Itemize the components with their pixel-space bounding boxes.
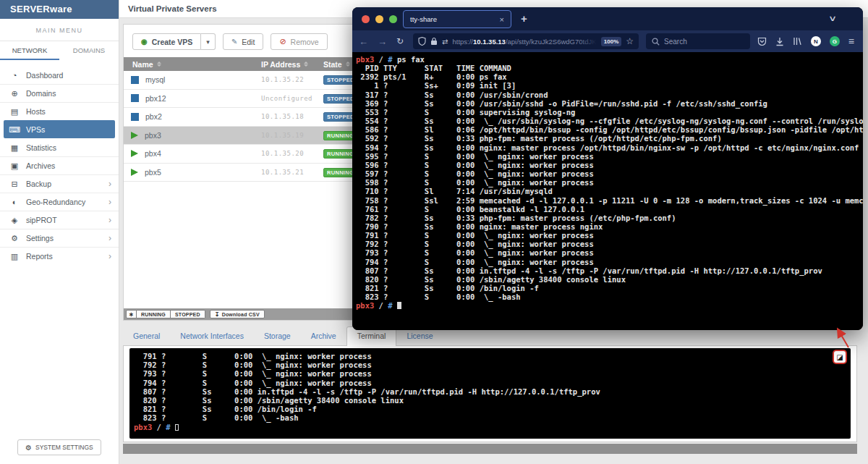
filter-stopped-button[interactable]: STOPPED xyxy=(171,310,205,319)
vps-name-cell: pbx4 xyxy=(124,149,261,158)
sidebar-item-backup[interactable]: ⊟ Backup › xyxy=(0,174,119,193)
sort-icon xyxy=(304,62,308,67)
sidebar-item-archives[interactable]: ▣ Archives › xyxy=(0,156,119,174)
tracking-protection-icon[interactable]: ⇄ xyxy=(442,38,448,46)
sidebar-item-reports[interactable]: ▥ Reports › xyxy=(0,247,119,265)
app-logo: SERVERware xyxy=(0,0,119,19)
sort-icon xyxy=(346,62,350,67)
vps-name-cell: pbx5 xyxy=(124,168,261,177)
tab-storage[interactable]: Storage xyxy=(254,327,301,345)
create-vps-label: Create VPS xyxy=(152,38,193,46)
vps-name-cell: pbx2 xyxy=(124,112,261,121)
sidebar-item-label: Hosts xyxy=(26,107,46,116)
extension-g-icon[interactable]: G xyxy=(830,36,840,46)
sidebar-item-label: Backup xyxy=(26,180,51,188)
close-window-button[interactable] xyxy=(362,15,370,23)
vps-ip-cell: 10.1.35.21 xyxy=(261,169,323,176)
create-vps-dropdown-button[interactable]: ▾ xyxy=(201,33,216,50)
downloads-icon[interactable] xyxy=(775,37,784,46)
search-icon xyxy=(652,38,660,46)
vps-name: pbx2 xyxy=(145,112,162,121)
sidebar-item-domains[interactable]: ⊕ Domains › xyxy=(0,84,119,102)
horizontal-scrollbar[interactable] xyxy=(123,444,857,454)
chevron-right-icon: › xyxy=(109,216,111,224)
sidebar-item-label: sipPROT xyxy=(26,216,57,224)
url-path: /api/stty/kzuJk2S6wdG70tdJK xyxy=(506,38,597,46)
column-label-ip: IP Address xyxy=(261,60,300,69)
column-header-ip[interactable]: IP Address xyxy=(261,60,323,69)
vps-ip-cell: 10.1.35.20 xyxy=(261,150,323,157)
zoom-level-indicator[interactable]: 100% xyxy=(601,37,621,46)
download-csv-label: Download CSV xyxy=(222,312,260,317)
remove-label: Remove xyxy=(291,38,319,46)
sidebar-item-geo-redundancy[interactable]: ◐ Geo-Redundancy › xyxy=(0,193,119,211)
maximize-window-button[interactable] xyxy=(389,15,397,23)
vps-name: pbx4 xyxy=(145,149,161,158)
tab-list-chevron-icon[interactable]: ∨ xyxy=(828,14,837,23)
column-header-name[interactable]: Name xyxy=(124,60,261,69)
shield-icon[interactable] xyxy=(418,37,426,46)
filter-running-button[interactable]: RUNNING xyxy=(137,310,171,319)
embedded-terminal[interactable]: 791 ? S 0:00 \_ nginx: worker process 79… xyxy=(129,348,851,439)
window-controls xyxy=(362,15,397,23)
vps-icon: ⌨ xyxy=(9,125,20,135)
extension-n-icon[interactable]: N xyxy=(811,36,821,46)
tab-network-interfaces[interactable]: Network Interfaces xyxy=(170,327,254,345)
sidebar-item-vpss[interactable]: ⌨ VPSs › xyxy=(4,120,115,138)
new-tab-button[interactable]: + xyxy=(521,12,527,25)
filter-all-button[interactable]: ∗ xyxy=(126,310,137,319)
create-vps-button[interactable]: ◉ Create VPS xyxy=(132,33,201,50)
system-settings-button[interactable]: ⚙ SYSTEM SETTINGS xyxy=(17,439,101,455)
download-icon: ↧ xyxy=(215,311,220,318)
tab-general[interactable]: General xyxy=(123,327,170,345)
close-tab-icon[interactable]: × xyxy=(500,15,504,24)
search-bar[interactable]: Search xyxy=(646,33,750,49)
reports-icon: ▥ xyxy=(9,252,20,261)
open-terminal-window-button[interactable]: ◪ xyxy=(834,351,846,363)
system-settings-label: SYSTEM SETTINGS xyxy=(35,444,93,451)
menu-icon[interactable]: ≡ xyxy=(848,35,854,47)
vps-name: pbx5 xyxy=(145,168,161,177)
tab-archive[interactable]: Archive xyxy=(301,327,346,345)
sidebar: SERVERware MAIN MENU NETWORK DOMAINS ◔ D… xyxy=(0,0,119,464)
back-button[interactable]: ← xyxy=(359,36,368,47)
address-bar[interactable]: ⇄ https://10.1.35.13/api/stty/kzuJk2S6wd… xyxy=(413,33,639,49)
asterisk-icon: ∗ xyxy=(129,311,134,318)
edit-label: Edit xyxy=(242,38,255,46)
sidebar-item-label: Domains xyxy=(26,89,56,98)
vps-name-cell: mysql xyxy=(124,75,261,84)
remove-button[interactable]: ⊘ Remove xyxy=(271,33,327,50)
browser-toolbar-extensions: N G ≡ xyxy=(757,35,856,47)
browser-tab[interactable]: tty-share × xyxy=(403,10,511,28)
tty-terminal[interactable]: pbx3 / # ps fax PID TTY STAT TIME COMMAN… xyxy=(352,52,863,330)
pocket-icon[interactable] xyxy=(757,37,767,46)
download-csv-button[interactable]: ↧ Download CSV xyxy=(210,310,265,319)
sidebar-item-settings[interactable]: ⚙ Settings › xyxy=(0,229,119,247)
sidebar-item-statistics[interactable]: ▦ Statistics › xyxy=(0,138,119,156)
main-menu-label: MAIN MENU xyxy=(0,27,119,34)
sidebar-item-label: Settings xyxy=(26,234,54,242)
library-icon[interactable] xyxy=(793,37,802,46)
tab-network[interactable]: NETWORK xyxy=(0,41,59,60)
forward-button[interactable]: → xyxy=(378,36,387,47)
vps-name: mysql xyxy=(145,75,165,84)
sidebar-item-dashboard[interactable]: ◔ Dashboard › xyxy=(0,66,119,84)
bookmark-star-icon[interactable]: ☆ xyxy=(626,36,634,46)
sidebar-item-label: VPSs xyxy=(26,125,45,134)
sidebar-menu: ◔ Dashboard › ⊕ Domains › ▤ Hosts › ⌨ VP… xyxy=(0,66,119,265)
sidebar-item-hosts[interactable]: ▤ Hosts › xyxy=(0,102,119,120)
hosts-icon: ▤ xyxy=(9,107,20,117)
search-placeholder: Search xyxy=(664,38,687,46)
caret-down-icon: ▾ xyxy=(206,38,210,46)
edit-button[interactable]: ✎ Edit xyxy=(223,33,263,50)
minimize-window-button[interactable] xyxy=(375,15,383,23)
tab-domains[interactable]: DOMAINS xyxy=(59,41,119,60)
column-label-state: State xyxy=(323,60,342,69)
lock-icon[interactable] xyxy=(430,37,438,46)
reload-button[interactable]: ↻ xyxy=(396,36,404,46)
stopped-square-icon xyxy=(131,94,139,102)
browser-titlebar[interactable]: tty-share × + ∨ xyxy=(352,7,863,30)
settings-icon: ⚙ xyxy=(9,234,20,243)
sidebar-item-label: Geo-Redundancy xyxy=(26,198,85,206)
sidebar-item-sipprot[interactable]: ◈ sipPROT › xyxy=(0,211,119,229)
